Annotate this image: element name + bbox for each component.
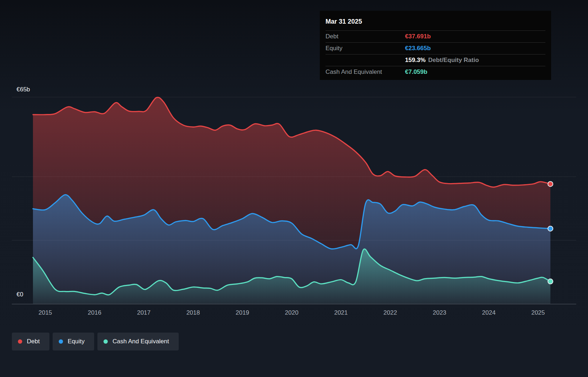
debt-series-dot-icon <box>18 339 22 344</box>
tooltip-cash-label: Cash And Equivalent <box>326 68 405 76</box>
y-axis-label-zero: €0 <box>16 291 23 298</box>
tooltip-debt-value: €37.691b <box>405 33 431 40</box>
x-axis-label: 2022 <box>384 309 397 316</box>
legend-cash-label: Cash And Equivalent <box>112 338 169 345</box>
legend: Debt Equity Cash And Equivalent <box>12 333 179 350</box>
equity-series-dot-icon <box>59 339 63 344</box>
tooltip-date: Mar 31 2025 <box>326 15 545 30</box>
tooltip-debt-label: Debt <box>326 33 405 40</box>
legend-item-cash[interactable]: Cash And Equivalent <box>97 333 179 350</box>
tooltip-ratio-value-group: 159.3%Debt/Equity Ratio <box>405 57 479 64</box>
tooltip-row-equity: Equity €23.665b <box>326 42 545 54</box>
x-axis-label: 2019 <box>236 309 249 316</box>
tooltip-row-debt: Debt €37.691b <box>326 30 545 42</box>
legend-item-equity[interactable]: Equity <box>53 333 94 350</box>
cash-and-equivalent-end-marker <box>548 279 553 284</box>
tooltip-equity-value: €23.665b <box>405 45 431 52</box>
tooltip-row-ratio: 159.3%Debt/Equity Ratio <box>326 54 545 66</box>
x-axis-label: 2020 <box>285 309 299 316</box>
x-axis-label: 2018 <box>186 309 200 316</box>
x-axis-label: 2024 <box>482 309 496 316</box>
y-axis-label-max: €65b <box>16 86 30 93</box>
x-axis-label: 2025 <box>531 309 545 316</box>
tooltip-ratio-label: Debt/Equity Ratio <box>428 57 479 63</box>
legend-debt-label: Debt <box>27 338 40 345</box>
x-axis-label: 2017 <box>137 309 151 316</box>
cash-series-dot-icon <box>103 339 108 344</box>
tooltip-cash-value: €7.059b <box>405 68 427 76</box>
legend-item-debt[interactable]: Debt <box>12 333 49 350</box>
equity-end-marker <box>548 226 553 231</box>
tooltip: Mar 31 2025 Debt €37.691b Equity €23.665… <box>320 11 551 80</box>
tooltip-ratio-value: 159.3% <box>405 57 426 63</box>
x-axis-label: 2016 <box>88 309 101 316</box>
tooltip-row-cash: Cash And Equivalent €7.059b <box>326 66 545 78</box>
tooltip-equity-label: Equity <box>326 45 405 52</box>
x-axis-label: 2021 <box>334 309 348 316</box>
legend-equity-label: Equity <box>68 338 85 345</box>
debt-end-marker <box>548 181 553 186</box>
x-axis-label: 2015 <box>38 309 52 316</box>
x-axis-label: 2023 <box>433 309 446 316</box>
